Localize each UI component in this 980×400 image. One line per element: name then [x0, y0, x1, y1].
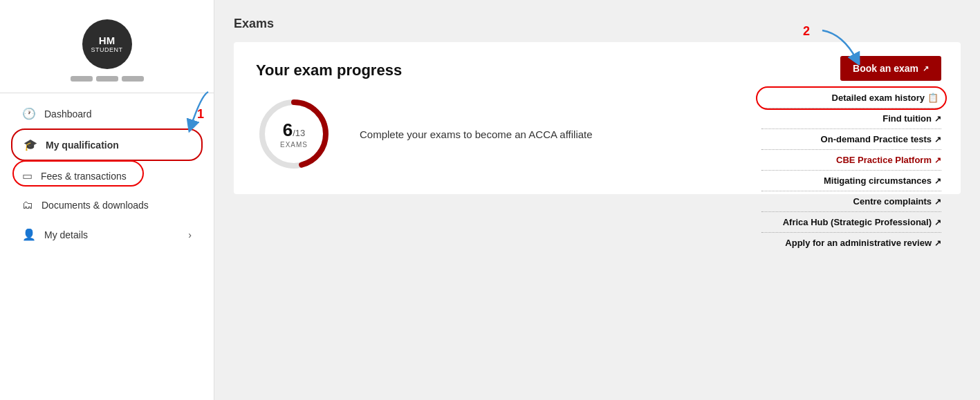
- detailed-exam-history-link[interactable]: Detailed exam history 📋: [761, 88, 941, 108]
- progress-circle: 6/13 EXAMS: [256, 96, 332, 172]
- graduation-icon: 🎓: [24, 138, 37, 151]
- mitigating-label: Mitigating circumstances: [824, 175, 932, 186]
- ext-icon-3: ↗: [934, 135, 941, 144]
- centre-complaints-label: Centre complaints: [853, 196, 932, 207]
- annotation-arrow-1: [167, 88, 222, 137]
- sidebar-item-label: Documents & downloads: [41, 200, 149, 211]
- cbe-label: CBE Practice Platform: [836, 155, 932, 165]
- centre-complaints-link[interactable]: Centre complaints ↗: [761, 191, 941, 212]
- sidebar-item-documents[interactable]: 🗂 Documents & downloads: [11, 191, 203, 220]
- book-exam-ext-icon: ↗: [923, 64, 929, 73]
- avatar-dots: [71, 76, 144, 82]
- avatar: HM STUDENT: [82, 19, 132, 69]
- avatar-dot-3: [122, 76, 144, 82]
- cbe-practice-link[interactable]: CBE Practice Platform ↗: [761, 150, 941, 171]
- progress-description: Complete your exams to become an ACCA af…: [360, 128, 593, 140]
- sidebar-item-label: My qualification: [46, 140, 119, 151]
- annotation-2-area: 2 Book an exam ↗: [761, 56, 941, 85]
- on-demand-label: On-demand Practice tests: [821, 134, 932, 144]
- on-demand-practice-link[interactable]: On-demand Practice tests ↗: [761, 129, 941, 150]
- sidebar: HM STUDENT 1 🕐 Dashboard 🎓 My qualificat…: [0, 0, 214, 400]
- progress-exams-label: EXAMS: [280, 141, 308, 149]
- clock-icon: 🕐: [22, 107, 36, 120]
- africa-hub-label: Africa Hub (Strategic Professional): [783, 217, 932, 227]
- detailed-exam-history-label: Detailed exam history: [832, 93, 925, 103]
- ext-icon-2: ↗: [934, 114, 941, 124]
- sidebar-item-label: My details: [44, 229, 88, 240]
- find-tuition-label: Find tuition: [882, 113, 932, 124]
- detailed-exam-history-row: Detailed exam history 📋: [761, 88, 941, 108]
- admin-review-label: Apply for an administrative review: [785, 238, 932, 248]
- mitigating-circumstances-link[interactable]: Mitigating circumstances ↗: [761, 171, 941, 191]
- ext-icon-5: ↗: [934, 176, 941, 186]
- person-icon: 👤: [22, 228, 36, 241]
- avatar-dot-2: [96, 76, 118, 82]
- sidebar-item-my-qualification[interactable]: 🎓 My qualification: [11, 128, 203, 161]
- avatar-initials: HM: [99, 35, 115, 47]
- fees-icon: ▭: [22, 169, 33, 182]
- right-links-panel: 2 Book an exam ↗ De: [761, 56, 941, 253]
- sidebar-item-label: Fees & transactions: [41, 171, 127, 182]
- doc-icon: 📋: [927, 93, 939, 103]
- ext-icon-4: ↗: [934, 155, 941, 165]
- avatar-dot-1: [71, 76, 93, 82]
- progress-center: 6/13 EXAMS: [280, 120, 308, 149]
- find-tuition-link[interactable]: Find tuition ↗: [761, 108, 941, 129]
- progress-numerator: 6: [283, 120, 293, 140]
- sidebar-item-my-details[interactable]: 👤 My details ›: [11, 220, 203, 249]
- main-content: Exams Your exam progress 6/13 EXAMS Comp…: [214, 0, 980, 400]
- progress-denominator: /13: [293, 128, 305, 138]
- ext-icon-7: ↗: [934, 218, 941, 227]
- sidebar-item-fees[interactable]: ▭ Fees & transactions: [11, 161, 203, 191]
- exam-card: Your exam progress 6/13 EXAMS Complete y…: [234, 42, 961, 194]
- ext-icon-6: ↗: [934, 197, 941, 207]
- folder-icon: 🗂: [22, 199, 33, 211]
- annotation-arrow-2: [808, 27, 871, 65]
- avatar-sub: STUDENT: [91, 46, 123, 53]
- admin-review-link[interactable]: Apply for an administrative review ↗: [761, 233, 941, 253]
- sidebar-nav: 🕐 Dashboard 🎓 My qualification ▭ Fees & …: [0, 99, 214, 249]
- africa-hub-link[interactable]: Africa Hub (Strategic Professional) ↗: [761, 212, 941, 233]
- chevron-right-icon: ›: [188, 229, 192, 240]
- sidebar-item-label: Dashboard: [44, 108, 92, 120]
- ext-icon-8: ↗: [934, 238, 941, 248]
